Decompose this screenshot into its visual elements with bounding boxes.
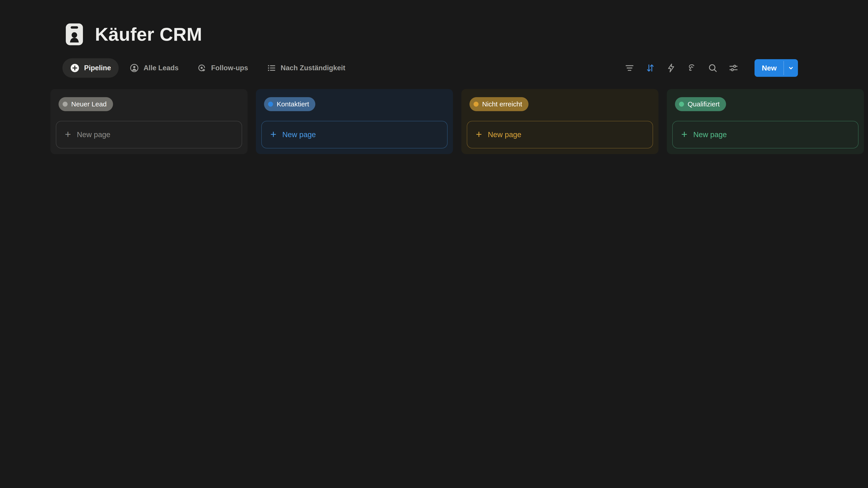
tab-label: Pipeline (84, 64, 111, 72)
new-split-button: New (754, 59, 798, 77)
column-kontaktiert: Kontaktiert + New page (256, 89, 453, 154)
followup-rotate-icon (197, 63, 207, 73)
status-label: Qualifiziert (688, 100, 720, 108)
status-label: Kontaktiert (277, 100, 309, 108)
new-page-button[interactable]: + New page (261, 121, 447, 149)
status-label: Neuer Lead (71, 100, 107, 108)
plus-icon: + (65, 129, 71, 139)
new-page-label: New page (693, 130, 727, 139)
chevron-down-icon (787, 64, 795, 72)
column-nicht-erreicht: Nicht erreicht + New page (461, 89, 658, 154)
new-page-button[interactable]: + New page (467, 121, 653, 149)
status-label: Nicht erreicht (482, 100, 522, 108)
tab-label: Nach Zuständigkeit (281, 64, 345, 72)
new-dropdown-button[interactable] (784, 59, 798, 77)
tab-label: Follow-ups (211, 64, 248, 72)
bulleted-list-icon (267, 63, 276, 73)
person-icon (129, 63, 139, 73)
filter-icon[interactable] (624, 63, 635, 73)
tab-pipeline[interactable]: Pipeline (62, 58, 119, 78)
status-pill[interactable]: Nicht erreicht (469, 97, 528, 111)
plus-icon: + (476, 129, 482, 139)
new-page-label: New page (282, 130, 316, 139)
plus-icon: + (681, 129, 687, 139)
status-dot (679, 102, 684, 107)
status-dot (473, 102, 478, 107)
tab-nach-zustaendigkeit[interactable]: Nach Zuständigkeit (259, 58, 353, 78)
column-neuer-lead: Neuer Lead + New page (51, 89, 248, 154)
status-pill[interactable]: Kontaktiert (264, 97, 315, 111)
new-button[interactable]: New (754, 59, 783, 77)
ai-face-icon[interactable] (687, 63, 697, 73)
search-icon[interactable] (708, 63, 718, 73)
view-toolbar: New (624, 58, 798, 78)
page-header: Käufer CRM (65, 23, 202, 46)
new-page-label: New page (77, 130, 111, 139)
status-dot (268, 102, 273, 107)
status-pill[interactable]: Neuer Lead (59, 97, 113, 111)
status-dot (63, 102, 68, 107)
new-page-button[interactable]: + New page (56, 121, 242, 149)
new-page-label: New page (488, 130, 522, 139)
tab-follow-ups[interactable]: Follow-ups (189, 58, 256, 78)
tab-alle-leads[interactable]: Alle Leads (122, 58, 186, 78)
tab-label: Alle Leads (144, 64, 179, 72)
kanban-board: Neuer Lead + New page Kontaktiert + New … (51, 89, 864, 154)
sliders-icon[interactable] (728, 63, 739, 73)
lightning-icon[interactable] (666, 63, 676, 73)
contact-badge-icon[interactable] (65, 23, 84, 46)
sort-icon[interactable] (645, 63, 655, 73)
plus-icon: + (270, 129, 276, 139)
page-title[interactable]: Käufer CRM (95, 24, 202, 45)
column-qualifiziert: Qualifiziert + New page (667, 89, 864, 154)
circle-plus-icon (70, 63, 80, 73)
new-page-button[interactable]: + New page (672, 121, 859, 149)
status-pill[interactable]: Qualifiziert (675, 97, 726, 111)
